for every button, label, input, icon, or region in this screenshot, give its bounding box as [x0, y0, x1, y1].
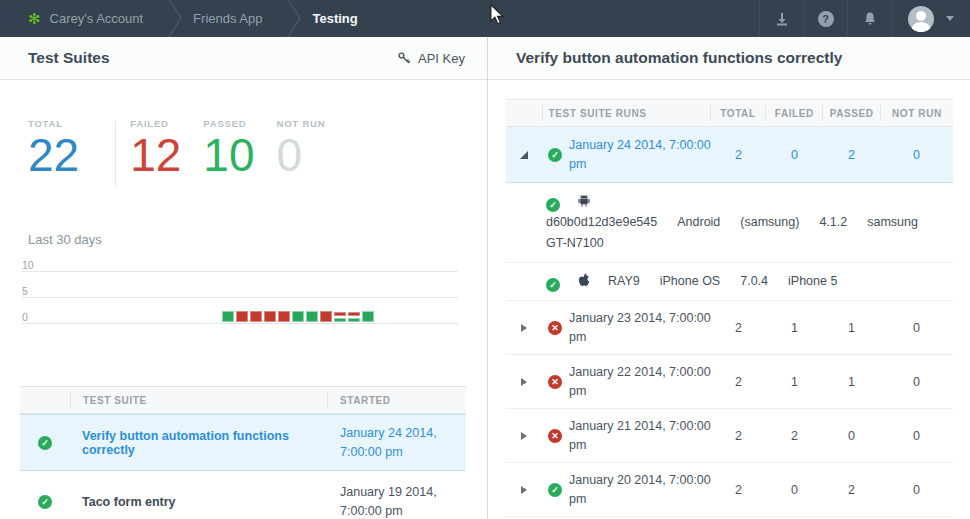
chart-day-square: [362, 311, 374, 322]
stats-divider: [115, 121, 116, 187]
stat-total-label: TOTAL: [28, 118, 79, 129]
stat-failed: FAILED 12: [130, 118, 181, 179]
passed-status-icon: ✓: [546, 198, 560, 212]
chart-day-square: [236, 311, 248, 322]
left-panel-header: Test Suites API Key: [0, 37, 487, 80]
failed-status-icon: ✕: [548, 429, 562, 443]
caret-collapsed-icon: [521, 324, 527, 332]
breadcrumb-app[interactable]: Friends App: [183, 0, 286, 37]
device-os: Android: [677, 215, 720, 229]
test-suites-table: TEST SUITE STARTED ✓ Verify button autom…: [20, 386, 466, 519]
run-total: 2: [711, 375, 766, 389]
stat-not-run-label: NOT RUN: [277, 118, 326, 129]
collapse-toggle[interactable]: [506, 151, 542, 159]
device-result-row-ios[interactable]: ✓RAY9iPhone OS7.0.4iPhone 5: [506, 263, 953, 301]
run-passed: 0: [823, 429, 880, 443]
run-not-run: 0: [880, 321, 953, 335]
device-id: RAY9: [608, 274, 640, 288]
android-icon: [578, 194, 590, 207]
api-key-button[interactable]: API Key: [398, 51, 465, 66]
chart-day-square: [320, 311, 332, 322]
breadcrumb-current[interactable]: Testing: [302, 0, 381, 37]
daily-runs-chart: [0, 271, 487, 322]
apple-icon: [578, 273, 590, 287]
run-failed: 0: [766, 148, 823, 162]
device-model: iPhone 5: [788, 274, 837, 288]
device-vendor: (samsung): [740, 215, 799, 229]
stat-passed-label: PASSED: [203, 118, 254, 129]
started-column-header: STARTED: [328, 395, 466, 406]
suite-runs-table-header: TEST SUITE RUNS TOTAL FAILED PASSED NOT …: [506, 99, 953, 127]
passed-status-icon: ✓: [548, 148, 562, 162]
passed-status-icon: ✓: [546, 278, 560, 292]
run-date-link[interactable]: January 24 2014, 7:00:00 pm: [569, 136, 711, 174]
right-panel-title: Verify button automation functions corre…: [516, 49, 842, 67]
expand-toggle[interactable]: [506, 378, 542, 386]
run-failed: 1: [766, 375, 823, 389]
run-date: January 23 2014, 7:00:00 pm: [569, 309, 711, 347]
run-not-run: 0: [880, 429, 953, 443]
test-suite-link[interactable]: Taco form entry: [70, 495, 328, 509]
chart-squares: [222, 271, 374, 322]
suite-run-row-selected[interactable]: ✓ January 24 2014, 7:00:00 pm 2 0 2 0: [506, 127, 953, 183]
stats-summary: TOTAL 22 FAILED 12 PASSED 10 NOT RUN 0: [28, 118, 325, 187]
chart-day-square: [250, 311, 262, 322]
stat-total-value: 22: [28, 131, 79, 179]
run-total: 2: [711, 148, 766, 162]
suite-run-row[interactable]: ✕ January 21 2014, 7:00:00 pm 2 2 0 0: [506, 409, 953, 463]
breadcrumb: ✻ Carey's Account Friends App Testing: [0, 0, 382, 37]
run-not-run: 0: [880, 148, 953, 162]
suite-run-row[interactable]: ✕ January 22 2014, 7:00:00 pm 2 1 1 0: [506, 355, 953, 409]
run-passed: 1: [823, 321, 880, 335]
expand-toggle[interactable]: [506, 324, 542, 332]
run-date: January 21 2014, 7:00:00 pm: [569, 417, 711, 455]
run-passed: 1: [823, 375, 880, 389]
stat-failed-label: FAILED: [130, 118, 181, 129]
right-panel-header: Verify button automation functions corre…: [488, 37, 970, 80]
caret-collapsed-icon: [521, 486, 527, 494]
suite-detail-panel: Verify button automation functions corre…: [487, 37, 970, 519]
run-date: January 20 2014, 7:00:00 pm: [569, 471, 711, 509]
suite-runs-table: TEST SUITE RUNS TOTAL FAILED PASSED NOT …: [506, 99, 953, 517]
stat-not-run-value: 0: [277, 131, 326, 179]
suite-run-row[interactable]: ✕ January 23 2014, 7:00:00 pm 2 1 1 0: [506, 301, 953, 355]
expand-toggle[interactable]: [506, 432, 542, 440]
failed-status-icon: ✕: [548, 321, 562, 335]
failed-status-icon: ✕: [548, 375, 562, 389]
chart-title: Last 30 days: [28, 232, 102, 247]
notifications-button[interactable]: [848, 0, 891, 37]
test-suite-row[interactable]: ✓ Taco form entry January 19 2014, 7:00:…: [20, 471, 466, 519]
bell-icon: [862, 11, 878, 27]
mouse-cursor: [490, 4, 505, 26]
chart-day-square: [264, 311, 276, 322]
test-suites-panel: Test Suites API Key TOTAL 22 FAILED 12: [0, 37, 487, 519]
chart-day-square: [334, 312, 346, 322]
run-total: 2: [711, 321, 766, 335]
chart-day-square: [348, 312, 360, 322]
test-suite-started: January 19 2014, 7:00:00 pm: [328, 483, 466, 519]
caret-collapsed-icon: [521, 378, 527, 386]
device-result-row-android[interactable]: ✓d60b0d12d3e9e545Android(samsung)4.1.2sa…: [506, 183, 953, 263]
stat-total: TOTAL 22: [28, 118, 79, 179]
api-key-label: API Key: [418, 51, 465, 66]
failed-column-header: FAILED: [766, 108, 822, 119]
suite-run-row[interactable]: ✓ January 20 2014, 7:00:00 pm 2 0 2 0: [506, 463, 953, 517]
test-suite-row-selected[interactable]: ✓ Verify button automation functions cor…: [20, 414, 466, 471]
expand-toggle[interactable]: [506, 486, 542, 494]
breadcrumb-current-label: Testing: [312, 11, 357, 26]
caret-down-icon: [946, 16, 954, 21]
breadcrumb-account[interactable]: ✻ Carey's Account: [0, 0, 167, 37]
left-panel-title: Test Suites: [28, 49, 110, 67]
help-button[interactable]: ?: [804, 0, 847, 37]
topbar-actions: ?: [759, 0, 970, 37]
caret-collapsed-icon: [521, 432, 527, 440]
download-button[interactable]: [760, 0, 803, 37]
device-os-version: 7.0.4: [740, 274, 768, 288]
breadcrumb-account-label: Carey's Account: [50, 11, 144, 26]
test-suite-started: January 24 2014, 7:00:00 pm: [328, 424, 466, 460]
test-suite-link[interactable]: Verify button automation functions corre…: [70, 429, 328, 457]
main-content: Test Suites API Key TOTAL 22 FAILED 12: [0, 37, 970, 519]
run-total: 2: [711, 483, 766, 497]
account-menu[interactable]: [892, 0, 970, 37]
runs-column-header: TEST SUITE RUNS: [543, 108, 710, 119]
